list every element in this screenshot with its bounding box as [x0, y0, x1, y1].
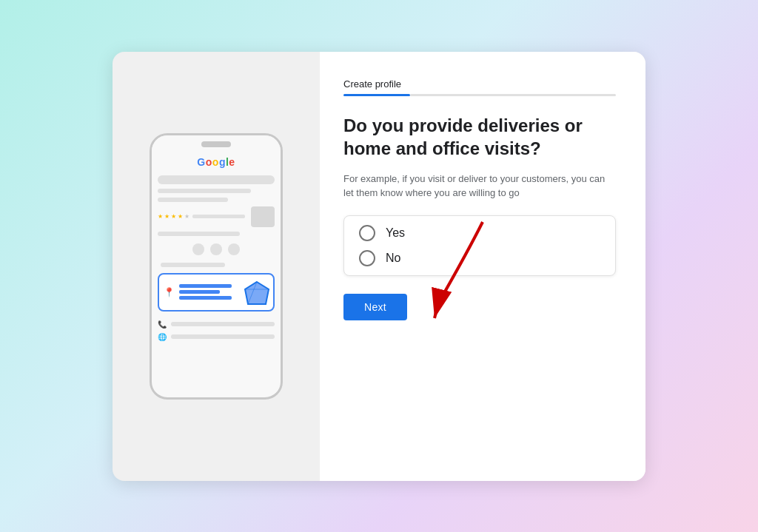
phone-line-2 — [158, 198, 228, 202]
phone-icon-2 — [210, 243, 222, 255]
phone-rating-line — [192, 215, 245, 218]
phone-image-placeholder — [251, 206, 275, 227]
phone-blue-line-1 — [179, 284, 232, 288]
phone-line-4 — [161, 263, 225, 267]
main-card: Google ★ ★ ★ ★ ★ — [113, 52, 645, 481]
phone-icon-row — [158, 243, 275, 255]
left-panel: Google ★ ★ ★ ★ ★ — [113, 52, 320, 481]
phone-line-1 — [158, 189, 251, 193]
phone-search-bar — [158, 175, 275, 184]
phone-notch — [201, 141, 231, 147]
google-logo-area: Google — [158, 156, 275, 168]
phone-bottom-line-2 — [171, 334, 275, 339]
phone-icon-1 — [192, 243, 204, 255]
tab-underline-container — [343, 94, 616, 96]
phone-highlighted-card: 📍 — [158, 273, 275, 312]
tab-underline-inactive — [410, 94, 616, 96]
option-no[interactable]: No — [359, 250, 600, 266]
phone-small-icon-2: 🌐 — [158, 333, 167, 341]
right-panel: Create profile Do you provide deliveries… — [320, 52, 645, 481]
phone-bottom-items: 📞 🌐 — [158, 317, 275, 344]
phone-bottom-item-2: 🌐 — [158, 333, 275, 341]
options-box: Yes No — [343, 215, 616, 276]
tab-underline-active — [343, 94, 410, 96]
phone-small-icon-1: 📞 — [158, 320, 167, 329]
tab-label: Create profile — [343, 78, 616, 90]
next-button[interactable]: Next — [343, 294, 407, 320]
option-yes[interactable]: Yes — [359, 225, 600, 241]
option-no-label: No — [386, 252, 400, 265]
question-title: Do you provide deliveries or home and of… — [343, 114, 616, 160]
phone-top-bar — [152, 135, 281, 150]
question-description: For example, if you visit or deliver to … — [343, 172, 616, 201]
phone-blue-lines — [179, 284, 238, 300]
map-svg — [242, 279, 272, 309]
location-icon: 📍 — [164, 287, 175, 297]
svg-marker-0 — [245, 282, 269, 304]
phone-icon-3 — [228, 243, 240, 255]
radio-yes[interactable] — [359, 225, 375, 241]
phone-content: Google ★ ★ ★ ★ ★ — [152, 150, 281, 397]
option-yes-label: Yes — [386, 226, 405, 240]
phone-stars: ★ ★ ★ ★ ★ — [158, 213, 190, 220]
phone-blue-line-2 — [179, 290, 220, 294]
phone-line-3 — [158, 232, 240, 236]
phone-stars-row: ★ ★ ★ ★ ★ — [158, 206, 275, 227]
radio-no[interactable] — [359, 250, 375, 266]
phone-bottom-item-1: 📞 — [158, 320, 275, 329]
phone-map-icon — [242, 279, 269, 306]
phone-bottom-line-1 — [171, 322, 275, 326]
google-logo: Google — [197, 156, 235, 168]
tab-header: Create profile — [343, 78, 616, 96]
phone-mockup: Google ★ ★ ★ ★ ★ — [150, 133, 283, 400]
phone-blue-line-3 — [179, 296, 232, 300]
